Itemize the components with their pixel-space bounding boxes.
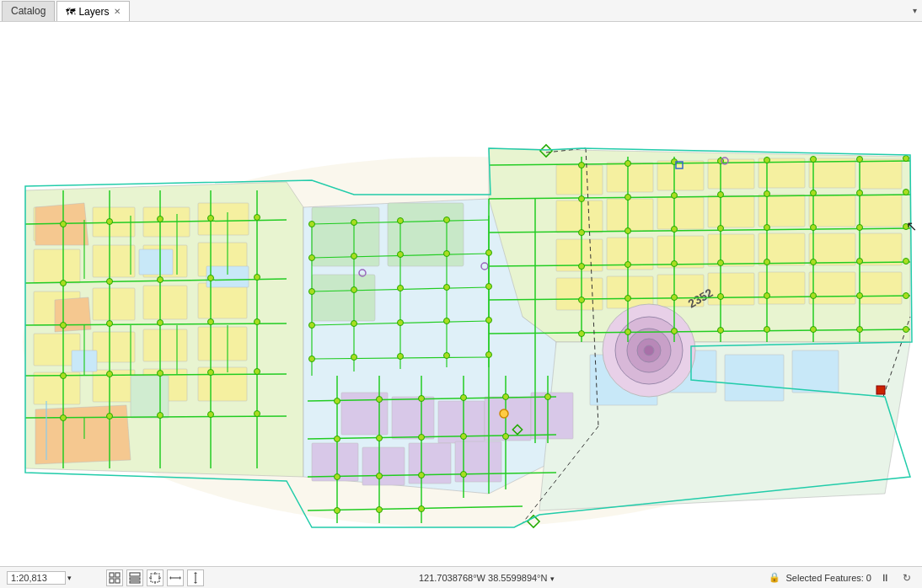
svg-point-187 [398,286,404,291]
svg-rect-34 [392,397,434,439]
svg-rect-62 [860,233,902,265]
svg-point-196 [351,355,357,361]
svg-rect-22 [139,249,173,275]
lock-icon: 🔒 [769,572,780,583]
svg-point-100 [255,411,260,417]
svg-rect-208 [151,574,159,582]
svg-point-142 [625,329,631,335]
svg-point-79 [208,216,214,222]
svg-point-147 [857,327,863,333]
svg-point-116 [903,190,909,195]
svg-point-78 [158,216,163,222]
svg-point-186 [351,287,357,293]
svg-point-114 [811,190,817,196]
svg-point-164 [335,508,340,514]
coords-dropdown-button[interactable]: ▾ [550,575,555,583]
svg-point-88 [158,320,163,326]
svg-point-111 [672,193,678,199]
svg-rect-68 [809,272,855,304]
svg-point-163 [461,472,467,478]
svg-rect-48 [860,159,902,189]
svg-point-133 [579,297,585,303]
svg-point-121 [764,225,770,231]
svg-point-183 [444,251,450,257]
svg-rect-43 [607,163,653,192]
svg-point-149 [335,398,340,404]
zoom-icon [190,572,201,584]
svg-rect-63 [556,278,603,310]
svg-rect-69 [860,272,902,304]
svg-rect-17 [198,327,247,361]
svg-point-166 [419,506,425,512]
refresh-button[interactable]: ↻ [898,569,915,586]
coordinates-text: 121.7038768°W 38.5599894°N [419,573,548,583]
svg-point-177 [351,220,357,226]
pan-button[interactable] [167,569,184,586]
svg-rect-54 [809,195,855,227]
svg-point-117 [579,230,585,236]
svg-point-184 [486,250,492,256]
svg-marker-218 [194,582,197,584]
svg-point-180 [309,255,315,261]
pause-button[interactable]: ⏸ [876,569,893,586]
svg-point-176 [309,222,315,227]
svg-rect-201 [110,573,114,577]
coordinates-display: 121.7038768°W 38.5599894°N ▾ [204,573,769,583]
svg-rect-207 [130,581,140,583]
svg-point-143 [672,329,678,334]
table-icon [129,572,141,584]
scale-dropdown-button[interactable]: ▾ [67,574,72,582]
svg-rect-44 [657,161,704,190]
svg-point-159 [503,434,509,440]
scale-value[interactable]: 1:20,813 [7,571,66,585]
svg-rect-21 [198,367,247,401]
svg-point-80 [255,215,260,221]
grid-icon [109,572,121,584]
svg-rect-39 [362,447,405,485]
default-extent-button[interactable] [106,569,123,586]
tab-bar: Catalog 🗺 Layers ✕ ▾ [0,0,922,22]
select-icon [149,572,161,584]
svg-point-113 [764,191,770,197]
map-layer-icon: 🗺 [66,7,75,17]
svg-point-94 [208,370,214,376]
svg-rect-202 [115,573,120,577]
svg-point-148 [903,327,909,333]
map-tools [106,569,204,586]
svg-rect-40 [409,443,451,484]
svg-point-90 [255,319,260,325]
svg-marker-215 [180,576,181,580]
svg-point-161 [377,473,383,479]
svg-text:↖: ↖ [906,219,917,233]
svg-point-128 [718,260,724,266]
svg-rect-31 [312,275,375,321]
svg-point-175 [500,409,508,418]
select-tool-button[interactable] [147,569,163,586]
tab-close-button[interactable]: ✕ [114,7,121,16]
svg-point-141 [579,331,585,337]
tab-dropdown-button[interactable]: ▾ [908,6,922,15]
svg-rect-59 [708,234,754,266]
tab-catalog[interactable]: Catalog [2,1,55,21]
svg-point-178 [398,218,404,224]
svg-rect-13 [198,283,247,318]
svg-point-193 [444,318,450,324]
tab-layers[interactable]: 🗺 Layers ✕ [56,1,130,21]
svg-rect-49 [556,200,603,233]
svg-point-82 [107,279,113,285]
svg-point-109 [579,196,585,202]
svg-point-137 [764,293,770,299]
zoom-button[interactable] [187,569,204,586]
svg-point-123 [857,225,863,231]
tab-layers-label: Layers [78,6,109,18]
map-view[interactable]: 2352 [0,22,922,566]
status-right-section: 🔒 Selected Features: 0 ⏸ ↻ [769,569,915,586]
svg-point-131 [857,259,863,265]
svg-point-74 [644,345,654,355]
svg-point-157 [419,435,425,441]
scale-control: 1:20,813 ▾ [7,571,99,585]
svg-rect-11 [93,288,135,320]
full-extent-button[interactable] [126,569,143,586]
svg-point-91 [61,373,67,379]
svg-rect-5 [198,203,249,235]
